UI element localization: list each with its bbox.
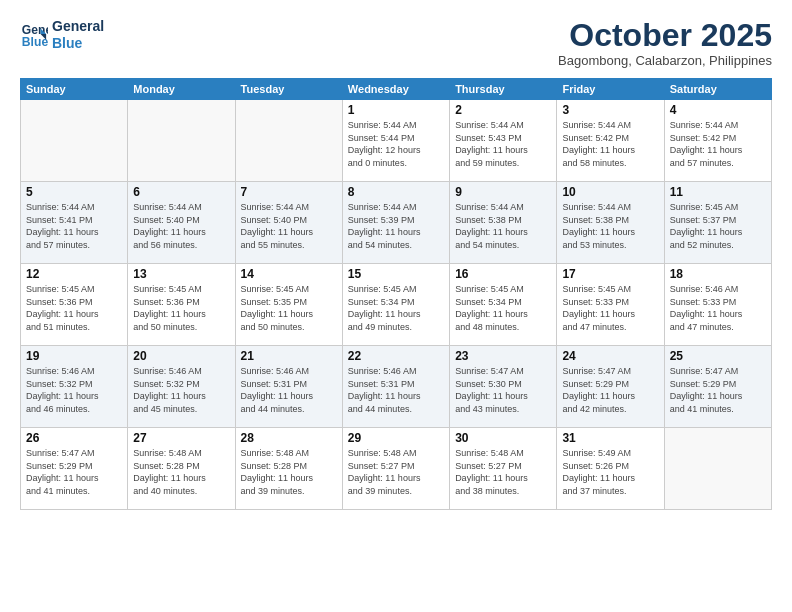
- calendar-week-row: 5Sunrise: 5:44 AMSunset: 5:41 PMDaylight…: [21, 182, 772, 264]
- calendar-cell: 16Sunrise: 5:45 AMSunset: 5:34 PMDayligh…: [450, 264, 557, 346]
- day-info: Sunrise: 5:45 AMSunset: 5:34 PMDaylight:…: [348, 283, 444, 333]
- location: Bagombong, Calabarzon, Philippines: [558, 53, 772, 68]
- calendar-cell: [664, 428, 771, 510]
- day-info: Sunrise: 5:44 AMSunset: 5:40 PMDaylight:…: [133, 201, 229, 251]
- day-info: Sunrise: 5:49 AMSunset: 5:26 PMDaylight:…: [562, 447, 658, 497]
- header: General Blue General Blue October 2025 B…: [20, 18, 772, 68]
- weekday-header-monday: Monday: [128, 79, 235, 100]
- calendar-cell: 8Sunrise: 5:44 AMSunset: 5:39 PMDaylight…: [342, 182, 449, 264]
- calendar-cell: 11Sunrise: 5:45 AMSunset: 5:37 PMDayligh…: [664, 182, 771, 264]
- day-info: Sunrise: 5:45 AMSunset: 5:33 PMDaylight:…: [562, 283, 658, 333]
- day-number: 13: [133, 267, 229, 281]
- day-number: 24: [562, 349, 658, 363]
- logo-text-blue: Blue: [52, 35, 104, 52]
- day-info: Sunrise: 5:48 AMSunset: 5:27 PMDaylight:…: [348, 447, 444, 497]
- day-number: 3: [562, 103, 658, 117]
- calendar-cell: 3Sunrise: 5:44 AMSunset: 5:42 PMDaylight…: [557, 100, 664, 182]
- weekday-header-saturday: Saturday: [664, 79, 771, 100]
- weekday-header-tuesday: Tuesday: [235, 79, 342, 100]
- calendar-cell: 5Sunrise: 5:44 AMSunset: 5:41 PMDaylight…: [21, 182, 128, 264]
- day-number: 22: [348, 349, 444, 363]
- day-info: Sunrise: 5:48 AMSunset: 5:28 PMDaylight:…: [133, 447, 229, 497]
- day-info: Sunrise: 5:44 AMSunset: 5:42 PMDaylight:…: [562, 119, 658, 169]
- calendar-cell: [21, 100, 128, 182]
- day-info: Sunrise: 5:46 AMSunset: 5:32 PMDaylight:…: [26, 365, 122, 415]
- day-number: 28: [241, 431, 337, 445]
- day-number: 4: [670, 103, 766, 117]
- calendar-cell: 13Sunrise: 5:45 AMSunset: 5:36 PMDayligh…: [128, 264, 235, 346]
- calendar-cell: 26Sunrise: 5:47 AMSunset: 5:29 PMDayligh…: [21, 428, 128, 510]
- day-number: 25: [670, 349, 766, 363]
- calendar-cell: 10Sunrise: 5:44 AMSunset: 5:38 PMDayligh…: [557, 182, 664, 264]
- calendar-cell: 4Sunrise: 5:44 AMSunset: 5:42 PMDaylight…: [664, 100, 771, 182]
- calendar-cell: 6Sunrise: 5:44 AMSunset: 5:40 PMDaylight…: [128, 182, 235, 264]
- calendar-cell: 7Sunrise: 5:44 AMSunset: 5:40 PMDaylight…: [235, 182, 342, 264]
- day-number: 21: [241, 349, 337, 363]
- calendar-cell: 25Sunrise: 5:47 AMSunset: 5:29 PMDayligh…: [664, 346, 771, 428]
- calendar-cell: 21Sunrise: 5:46 AMSunset: 5:31 PMDayligh…: [235, 346, 342, 428]
- day-number: 19: [26, 349, 122, 363]
- day-info: Sunrise: 5:44 AMSunset: 5:43 PMDaylight:…: [455, 119, 551, 169]
- calendar-week-row: 12Sunrise: 5:45 AMSunset: 5:36 PMDayligh…: [21, 264, 772, 346]
- day-info: Sunrise: 5:46 AMSunset: 5:32 PMDaylight:…: [133, 365, 229, 415]
- calendar-cell: 19Sunrise: 5:46 AMSunset: 5:32 PMDayligh…: [21, 346, 128, 428]
- calendar-cell: 12Sunrise: 5:45 AMSunset: 5:36 PMDayligh…: [21, 264, 128, 346]
- day-info: Sunrise: 5:45 AMSunset: 5:35 PMDaylight:…: [241, 283, 337, 333]
- calendar-cell: 22Sunrise: 5:46 AMSunset: 5:31 PMDayligh…: [342, 346, 449, 428]
- day-number: 1: [348, 103, 444, 117]
- day-info: Sunrise: 5:46 AMSunset: 5:31 PMDaylight:…: [348, 365, 444, 415]
- day-number: 31: [562, 431, 658, 445]
- calendar-cell: 18Sunrise: 5:46 AMSunset: 5:33 PMDayligh…: [664, 264, 771, 346]
- calendar-cell: 23Sunrise: 5:47 AMSunset: 5:30 PMDayligh…: [450, 346, 557, 428]
- calendar-week-row: 1Sunrise: 5:44 AMSunset: 5:44 PMDaylight…: [21, 100, 772, 182]
- page: General Blue General Blue October 2025 B…: [0, 0, 792, 612]
- calendar-cell: 30Sunrise: 5:48 AMSunset: 5:27 PMDayligh…: [450, 428, 557, 510]
- day-number: 8: [348, 185, 444, 199]
- calendar-cell: 27Sunrise: 5:48 AMSunset: 5:28 PMDayligh…: [128, 428, 235, 510]
- day-info: Sunrise: 5:44 AMSunset: 5:44 PMDaylight:…: [348, 119, 444, 169]
- calendar-cell: 17Sunrise: 5:45 AMSunset: 5:33 PMDayligh…: [557, 264, 664, 346]
- day-info: Sunrise: 5:44 AMSunset: 5:42 PMDaylight:…: [670, 119, 766, 169]
- day-number: 30: [455, 431, 551, 445]
- logo-text-general: General: [52, 18, 104, 35]
- day-info: Sunrise: 5:44 AMSunset: 5:39 PMDaylight:…: [348, 201, 444, 251]
- day-info: Sunrise: 5:48 AMSunset: 5:28 PMDaylight:…: [241, 447, 337, 497]
- day-number: 16: [455, 267, 551, 281]
- calendar-week-row: 19Sunrise: 5:46 AMSunset: 5:32 PMDayligh…: [21, 346, 772, 428]
- day-number: 5: [26, 185, 122, 199]
- weekday-header-thursday: Thursday: [450, 79, 557, 100]
- day-info: Sunrise: 5:45 AMSunset: 5:36 PMDaylight:…: [26, 283, 122, 333]
- title-block: October 2025 Bagombong, Calabarzon, Phil…: [558, 18, 772, 68]
- weekday-header-sunday: Sunday: [21, 79, 128, 100]
- day-info: Sunrise: 5:46 AMSunset: 5:33 PMDaylight:…: [670, 283, 766, 333]
- day-number: 27: [133, 431, 229, 445]
- day-info: Sunrise: 5:47 AMSunset: 5:30 PMDaylight:…: [455, 365, 551, 415]
- day-number: 20: [133, 349, 229, 363]
- day-info: Sunrise: 5:48 AMSunset: 5:27 PMDaylight:…: [455, 447, 551, 497]
- day-number: 29: [348, 431, 444, 445]
- month-title: October 2025: [558, 18, 772, 53]
- calendar-cell: 31Sunrise: 5:49 AMSunset: 5:26 PMDayligh…: [557, 428, 664, 510]
- day-info: Sunrise: 5:44 AMSunset: 5:38 PMDaylight:…: [455, 201, 551, 251]
- day-info: Sunrise: 5:45 AMSunset: 5:36 PMDaylight:…: [133, 283, 229, 333]
- calendar-cell: 28Sunrise: 5:48 AMSunset: 5:28 PMDayligh…: [235, 428, 342, 510]
- weekday-header-row: SundayMondayTuesdayWednesdayThursdayFrid…: [21, 79, 772, 100]
- day-info: Sunrise: 5:47 AMSunset: 5:29 PMDaylight:…: [26, 447, 122, 497]
- day-number: 26: [26, 431, 122, 445]
- day-number: 2: [455, 103, 551, 117]
- calendar-cell: [128, 100, 235, 182]
- day-info: Sunrise: 5:44 AMSunset: 5:38 PMDaylight:…: [562, 201, 658, 251]
- weekday-header-wednesday: Wednesday: [342, 79, 449, 100]
- calendar-cell: [235, 100, 342, 182]
- day-number: 23: [455, 349, 551, 363]
- day-number: 12: [26, 267, 122, 281]
- day-number: 11: [670, 185, 766, 199]
- calendar-cell: 2Sunrise: 5:44 AMSunset: 5:43 PMDaylight…: [450, 100, 557, 182]
- logo: General Blue General Blue: [20, 18, 104, 52]
- calendar-cell: 14Sunrise: 5:45 AMSunset: 5:35 PMDayligh…: [235, 264, 342, 346]
- day-info: Sunrise: 5:45 AMSunset: 5:37 PMDaylight:…: [670, 201, 766, 251]
- day-number: 6: [133, 185, 229, 199]
- day-info: Sunrise: 5:47 AMSunset: 5:29 PMDaylight:…: [670, 365, 766, 415]
- day-info: Sunrise: 5:44 AMSunset: 5:41 PMDaylight:…: [26, 201, 122, 251]
- calendar-cell: 20Sunrise: 5:46 AMSunset: 5:32 PMDayligh…: [128, 346, 235, 428]
